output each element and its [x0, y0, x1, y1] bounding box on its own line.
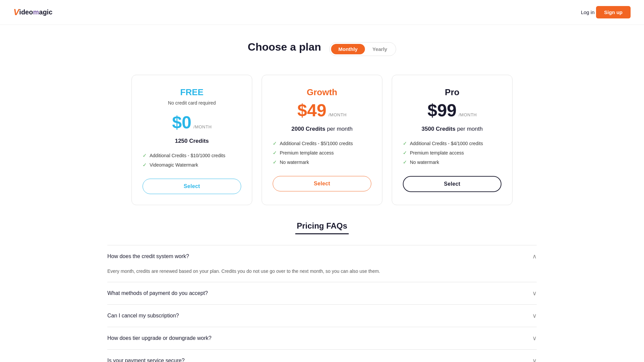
- feature-item: ✓No watermark: [403, 159, 501, 165]
- plan-card-pro: Pro $99 /MONTH 3500 Credits per month ✓A…: [392, 75, 513, 205]
- feature-text: Additional Credits - $10/1000 credits: [150, 153, 225, 158]
- feature-text: Additional Credits - $5/1000 credits: [280, 141, 353, 146]
- faq-chevron-icon: ∨: [532, 290, 537, 297]
- faq-question[interactable]: What methods of payment do you accept? ∨: [107, 282, 537, 304]
- feature-text: Videomagic Watermark: [150, 162, 198, 168]
- feature-item: ✓Premium template access: [273, 150, 371, 156]
- price-period: /MONTH: [328, 112, 346, 117]
- plan-credits: 3500 Credits per month: [422, 126, 483, 132]
- check-icon: ✓: [403, 150, 407, 156]
- faq-chevron-icon: ∧: [532, 253, 537, 260]
- price-amount: $0: [172, 112, 192, 132]
- price-amount: $99: [427, 100, 457, 120]
- faq-question-text: Is your payment service secure?: [107, 358, 184, 362]
- check-icon: ✓: [143, 162, 147, 168]
- feature-item: ✓Videomagic Watermark: [143, 162, 241, 168]
- plan-tagline: No credit card required: [168, 100, 216, 106]
- faq-item: Can I cancel my subscription? ∨: [107, 304, 537, 327]
- check-icon: ✓: [403, 140, 407, 146]
- faq-question[interactable]: Is your payment service secure? ∨: [107, 350, 537, 362]
- plan-credits: 2000 Credits per month: [291, 126, 353, 132]
- faq-question-text: What methods of payment do you accept?: [107, 290, 208, 296]
- plan-card-growth: Growth $49 /MONTH 2000 Credits per month…: [262, 75, 382, 205]
- faq-question-text: How does the credit system work?: [107, 253, 189, 259]
- faq-chevron-icon: ∨: [532, 335, 537, 342]
- select-button-free[interactable]: Select: [143, 179, 241, 194]
- plan-features-list: ✓Additional Credits - $10/1000 credits✓V…: [143, 153, 241, 168]
- monthly-toggle[interactable]: Monthly: [331, 44, 365, 54]
- check-icon: ✓: [273, 140, 277, 146]
- logo-text: ideo: [19, 8, 33, 16]
- feature-item: ✓Additional Credits - $4/1000 credits: [403, 140, 501, 146]
- price-amount: $49: [297, 100, 326, 120]
- plan-price: $49 /MONTH: [297, 100, 346, 120]
- logo-v-icon: V: [13, 7, 19, 17]
- faq-title: Pricing FAQs: [107, 221, 537, 231]
- faq-question[interactable]: How does the credit system work? ∧: [107, 245, 537, 267]
- credits-rest: per month: [325, 126, 353, 132]
- logo-text2: agic: [39, 8, 52, 16]
- logo-m-accent: m: [33, 8, 39, 16]
- plan-name: Pro: [445, 87, 459, 98]
- faq-title-underline: [107, 233, 537, 234]
- price-period: /MONTH: [194, 124, 212, 129]
- check-icon: ✓: [403, 159, 407, 165]
- feature-text: Premium template access: [280, 150, 334, 156]
- plan-name: FREE: [180, 87, 203, 98]
- feature-item: ✓Premium template access: [403, 150, 501, 156]
- feature-item: ✓Additional Credits - $5/1000 credits: [273, 140, 371, 146]
- feature-text: Premium template access: [410, 150, 464, 156]
- plan-price: $99 /MONTH: [427, 100, 477, 120]
- page-title: Choose a plan: [248, 41, 321, 53]
- hero-section: Choose a plan Monthly Yearly: [0, 25, 644, 64]
- login-button[interactable]: Log in: [581, 9, 595, 15]
- feature-text: No watermark: [280, 160, 309, 165]
- faq-section: Pricing FAQs How does the credit system …: [87, 221, 557, 362]
- faq-list: How does the credit system work? ∧ Every…: [107, 245, 537, 362]
- feature-text: Additional Credits - $4/1000 credits: [410, 141, 483, 146]
- feature-text: No watermark: [410, 160, 439, 165]
- faq-underline-bar: [295, 233, 349, 234]
- faq-question[interactable]: How does tier upgrade or downgrade work?…: [107, 327, 537, 349]
- select-button-pro[interactable]: Select: [403, 176, 501, 192]
- price-period: /MONTH: [459, 112, 477, 117]
- check-icon: ✓: [273, 150, 277, 156]
- plan-features-list: ✓Additional Credits - $4/1000 credits✓Pr…: [403, 140, 501, 165]
- plan-name: Growth: [307, 87, 337, 98]
- check-icon: ✓: [273, 159, 277, 165]
- plan-credits: 1250 Credits: [175, 138, 209, 144]
- faq-question[interactable]: Can I cancel my subscription? ∨: [107, 305, 537, 327]
- faq-question-text: Can I cancel my subscription?: [107, 313, 179, 319]
- plans-section: FREE No credit card required $0 /MONTH 1…: [0, 64, 644, 221]
- nav-actions: Log in Sign up: [581, 6, 631, 18]
- faq-item: How does tier upgrade or downgrade work?…: [107, 327, 537, 349]
- faq-item: What methods of payment do you accept? ∨: [107, 282, 537, 304]
- navbar: V ideo m agic Log in Sign up: [0, 0, 644, 25]
- logo[interactable]: V ideo m agic: [13, 7, 52, 17]
- faq-item: Is your payment service secure? ∨: [107, 349, 537, 362]
- credits-rest: per month: [455, 126, 483, 132]
- yearly-toggle[interactable]: Yearly: [365, 44, 394, 54]
- select-button-growth[interactable]: Select: [273, 176, 371, 191]
- faq-chevron-icon: ∨: [532, 312, 537, 319]
- billing-toggle[interactable]: Monthly Yearly: [329, 42, 396, 56]
- feature-item: ✓No watermark: [273, 159, 371, 165]
- plan-card-free: FREE No credit card required $0 /MONTH 1…: [131, 75, 252, 205]
- feature-item: ✓Additional Credits - $10/1000 credits: [143, 153, 241, 159]
- check-icon: ✓: [143, 153, 147, 159]
- faq-chevron-icon: ∨: [532, 357, 537, 362]
- faq-question-text: How does tier upgrade or downgrade work?: [107, 335, 211, 341]
- faq-item: How does the credit system work? ∧ Every…: [107, 245, 537, 282]
- plan-features-list: ✓Additional Credits - $5/1000 credits✓Pr…: [273, 140, 371, 165]
- faq-answer: Every month, credits are renewed based o…: [107, 267, 537, 282]
- signup-button[interactable]: Sign up: [596, 6, 631, 18]
- plan-price: $0 /MONTH: [172, 112, 212, 132]
